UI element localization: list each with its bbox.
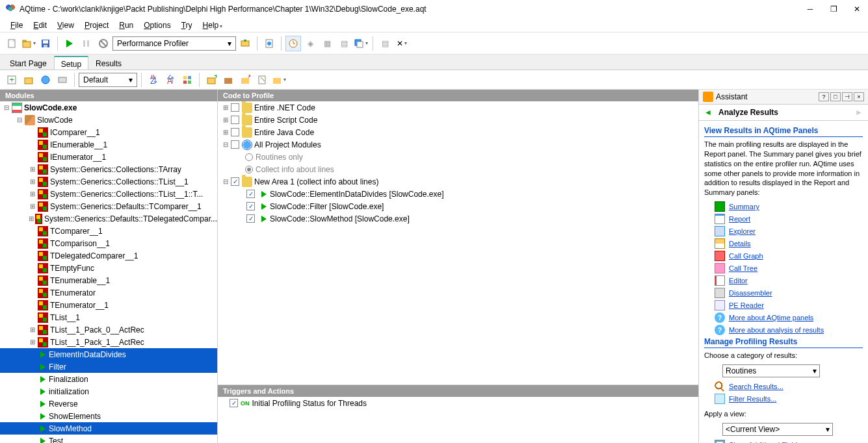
expand-icon[interactable]: ⊞ — [222, 104, 230, 112]
delete-button[interactable]: ✕▾ — [394, 36, 410, 51]
menu-help[interactable]: Help▾ — [198, 18, 228, 32]
expand-icon[interactable]: ⊞ — [222, 129, 230, 136]
add-area-button[interactable]: + — [204, 72, 219, 88]
tab-setup[interactable]: Setup — [54, 56, 88, 70]
code-to-profile-tree[interactable]: ⊞Entire .NET Code⊞Entire Script Code⊞Ent… — [218, 101, 698, 385]
method-node[interactable]: Filter — [0, 361, 217, 373]
collapse-icon[interactable]: ⊟ — [16, 116, 23, 124]
expand-icon[interactable]: ⊞ — [29, 178, 36, 186]
expand-icon[interactable]: ⊟ — [222, 141, 230, 149]
forward-button[interactable]: ► — [854, 107, 864, 118]
restore-button[interactable]: □ — [830, 92, 841, 101]
clock-button[interactable] — [285, 36, 301, 51]
panel-link[interactable]: Call Tree — [729, 264, 757, 272]
class-node[interactable]: IEnumerator__1 — [0, 151, 217, 163]
save-button[interactable] — [38, 36, 53, 51]
code-group-node[interactable]: ⊞Entire .NET Code — [218, 101, 698, 114]
menu-try[interactable]: Try — [176, 18, 198, 32]
tool-btn-3[interactable]: ▦ — [319, 36, 335, 51]
collapse-icon[interactable]: ⊟ — [3, 104, 10, 112]
group-checkbox[interactable] — [231, 116, 239, 124]
class-node[interactable]: ⊞System::Generics::Defaults::TComparer__… — [0, 200, 217, 212]
code-group-node[interactable]: ⊞Entire Java Code — [218, 126, 698, 138]
trigger-checkbox[interactable]: ✓ — [230, 399, 238, 407]
tab-start-page[interactable]: Start Page — [3, 56, 54, 70]
back-button[interactable]: ◄ — [703, 107, 713, 118]
menu-project[interactable]: Project — [79, 18, 114, 32]
class-node[interactable]: ⊞TList__1_Pack_1__ActRec — [0, 336, 217, 348]
class-node[interactable]: TList__1 — [0, 311, 217, 323]
class-node[interactable]: TComparer__1 — [0, 225, 217, 237]
code-item-node[interactable]: ✓SlowCode::ElementInDataDivides [SlowCod… — [218, 188, 698, 200]
group-checkbox[interactable] — [231, 103, 239, 112]
code-group-node[interactable]: ⊟All Project Modules — [218, 138, 698, 151]
module-root[interactable]: SlowCode.exe — [24, 103, 77, 112]
class-node[interactable]: ⊞System::Generics::Collections::TList__1 — [0, 175, 217, 188]
panel-link[interactable]: PE Reader — [729, 301, 764, 309]
sort-az-button[interactable]: AZ — [146, 72, 161, 88]
attach-button[interactable] — [237, 36, 253, 51]
code-group-node[interactable]: ⊞Entire Script Code — [218, 114, 698, 126]
help-button[interactable]: ? — [819, 92, 829, 101]
close-panel-button[interactable]: × — [854, 92, 864, 101]
link-search-results[interactable]: Search Results... — [729, 383, 783, 390]
radio-lines[interactable] — [245, 166, 253, 173]
edit-area-button[interactable] — [254, 72, 270, 88]
item-checkbox[interactable]: ✓ — [246, 190, 255, 198]
panel-link[interactable]: Report — [729, 215, 750, 223]
class-node[interactable]: TDelegatedComparer__1 — [0, 249, 217, 262]
class-node[interactable]: IComparer__1 — [0, 126, 217, 138]
expand-icon[interactable]: ⊞ — [29, 203, 36, 210]
method-node[interactable]: Finalization — [0, 373, 217, 385]
stop-button[interactable] — [96, 36, 111, 51]
menu-edit[interactable]: Edit — [28, 18, 52, 32]
item-checkbox[interactable]: ✓ — [246, 202, 255, 210]
class-node[interactable]: ⊞TList__1_Pack_0__ActRec — [0, 323, 217, 336]
close-button[interactable]: ✕ — [851, 3, 863, 15]
class-node[interactable]: IEnumerable__1 — [0, 138, 217, 151]
run-button[interactable] — [62, 36, 77, 51]
panel-link[interactable]: Disassembler — [729, 289, 772, 297]
link-more-panels[interactable]: More about AQtime panels — [729, 314, 813, 322]
area-node[interactable]: New Area 1 (collect info about lines) — [254, 177, 378, 186]
class-node[interactable]: ⊞System::Generics::Defaults::TDelegatedC… — [0, 212, 217, 225]
method-node[interactable]: ShowElements — [0, 410, 217, 422]
method-node[interactable]: ElementInDataDivides — [0, 348, 217, 361]
sort-za-button[interactable]: ZA — [163, 72, 178, 88]
panel-link[interactable]: Call Graph — [729, 252, 763, 260]
class-node[interactable]: TEnumerator__1 — [0, 299, 217, 311]
tool-btn-4[interactable]: ▤ — [336, 36, 352, 51]
tool-btn-2[interactable]: ◈ — [302, 36, 318, 51]
modules-tree[interactable]: ⊟SlowCode.exe ⊟SlowCode IComparer__1IEnu… — [0, 101, 217, 443]
expand-icon[interactable]: ⊞ — [29, 215, 34, 223]
remove-button[interactable]: × — [237, 72, 253, 88]
item-checkbox[interactable]: ✓ — [246, 214, 255, 223]
expand-icon[interactable]: ⊞ — [29, 338, 36, 346]
open-button[interactable]: ▾ — [21, 36, 36, 51]
add-net-button[interactable] — [38, 72, 53, 88]
method-node[interactable]: initialization — [0, 385, 217, 398]
panel-link[interactable]: Explorer — [729, 227, 756, 235]
code-item-node[interactable]: ✓SlowCode::Filter [SlowCode.exe] — [218, 200, 698, 212]
class-node[interactable]: TEnumerator — [0, 286, 217, 299]
group-checkbox[interactable] — [231, 128, 239, 136]
pin-button[interactable]: ⊣ — [842, 92, 852, 101]
menu-run[interactable]: Run — [114, 18, 138, 32]
link-more-analysis[interactable]: More about analysis of results — [729, 326, 824, 334]
show-all-button[interactable] — [179, 72, 195, 88]
radio-routines[interactable] — [245, 153, 253, 161]
panel-link[interactable]: Editor — [729, 277, 748, 285]
add-folder-button[interactable] — [21, 72, 36, 88]
trigger-label[interactable]: Initial Profiling Status for Threads — [252, 399, 367, 408]
pause-button[interactable] — [79, 36, 94, 51]
menu-options[interactable]: Options — [138, 18, 176, 32]
menu-view[interactable]: View — [52, 18, 79, 32]
link-filter-results[interactable]: Filter Results... — [729, 395, 776, 403]
collapse-icon[interactable]: ⊟ — [222, 178, 230, 186]
code-item-node[interactable]: ✓SlowCode::SlowMethod [SlowCode.exe] — [218, 212, 698, 225]
default-select[interactable]: Default▾ — [79, 73, 137, 87]
profiler-select[interactable]: Performance Profiler▾ — [112, 36, 236, 51]
view-select[interactable]: <Current View>▾ — [722, 423, 833, 436]
minimize-button[interactable]: ─ — [804, 3, 816, 15]
group-checkbox[interactable] — [231, 140, 239, 149]
